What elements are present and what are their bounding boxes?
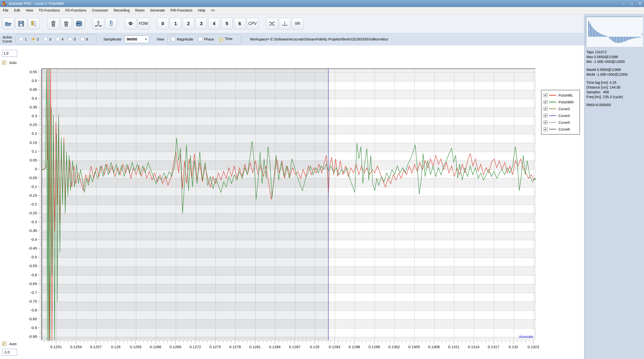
stat-line: MinM -1.00E+000@12000	[586, 72, 642, 77]
impulse-thumbnail[interactable]	[586, 17, 643, 47]
y-tick-label: -0.95	[14, 334, 37, 339]
auto-bottom-checkbox[interactable]: ✓ Auto	[2, 342, 17, 346]
ymin-input[interactable]	[2, 349, 17, 356]
view-checkbox-phase[interactable]: Phase	[198, 37, 219, 41]
legend-line-sample	[549, 102, 556, 102]
auto-top-checkbox[interactable]: ✓ Auto	[2, 60, 17, 65]
x-tick-label: 0.1317	[488, 345, 499, 349]
curve-5-button[interactable]: 5	[221, 18, 233, 29]
menu-item-edit[interactable]: Edit	[11, 7, 23, 14]
x-tick-label: 0.129	[310, 345, 319, 349]
checkbox-icon: ✓	[2, 60, 6, 65]
phase-button[interactable]: Φ	[125, 18, 136, 29]
y-tick-label: -0.2	[14, 202, 37, 206]
curve-4-button[interactable]: 4	[208, 18, 220, 29]
save-button[interactable]	[15, 18, 27, 29]
iir-button[interactable]: IIR	[292, 18, 303, 29]
y-tick-label: -0.9	[14, 326, 37, 330]
x-tick-label: 0.1311	[448, 345, 460, 349]
open-button[interactable]	[3, 18, 14, 29]
mic-alignment-button[interactable]	[93, 18, 104, 29]
curve-manager-button[interactable]	[28, 18, 40, 29]
y-tick-label: -0.85	[14, 317, 37, 321]
y-tick-label: -0.65	[14, 282, 37, 286]
menu-item-fd-functions[interactable]: FD-Functions	[63, 7, 89, 14]
x-tick-label: 0.1269	[170, 345, 181, 349]
waveform-plot[interactable]: Acourate	[42, 68, 535, 340]
menu-item-td-functions[interactable]: TD-Functions	[36, 7, 63, 14]
samplerate-label: Samplerate	[103, 37, 122, 41]
menu-item-view[interactable]: View	[23, 7, 36, 14]
y-tick-label: 0.2	[14, 131, 37, 136]
menu-item-file[interactable]: File	[0, 7, 11, 14]
legend-line-sample	[549, 129, 556, 130]
cpv-button[interactable]: CPV	[247, 18, 258, 29]
menu-item--[interactable]: <<	[208, 7, 218, 14]
radio-icon	[80, 37, 85, 41]
menu-item-room[interactable]: Room	[132, 7, 147, 14]
curve-1-button[interactable]: 1	[170, 18, 181, 29]
x-tick-label: 0.132	[509, 345, 518, 349]
menu-item-crossover[interactable]: Crossover	[89, 7, 111, 14]
y-axis-ticks	[37, 68, 42, 341]
menu-item-help[interactable]: Help	[195, 7, 208, 14]
y-tick-label: -0.5	[14, 255, 37, 259]
app-logo-icon	[2, 1, 7, 6]
stat-line: MaxM 0.5650@11998	[586, 67, 642, 72]
y-tick-label: 0.55	[14, 70, 37, 74]
stats-group: Taps 131072Max 0.5650@11998Min -1.00E+00…	[586, 50, 642, 64]
active-curve-radio-3[interactable]: 3	[44, 37, 56, 41]
undo-button[interactable]	[73, 18, 85, 29]
curve-2-button[interactable]: 2	[183, 18, 194, 29]
legend-checkbox[interactable]: ✔	[544, 127, 547, 131]
curve-3-button[interactable]: 3	[195, 18, 207, 29]
menu-item-generate[interactable]: Generate	[147, 7, 168, 14]
active-curve-radio-6[interactable]: 6	[80, 37, 93, 41]
active-curve-radio-4[interactable]: 4	[56, 37, 68, 41]
close-button[interactable]: ✕	[638, 1, 641, 6]
active-curve-radio-1[interactable]: 1	[19, 37, 31, 41]
legend-row-pulse96l: ✔Pulse96L	[544, 92, 577, 99]
y-tick-label: -0.05	[14, 176, 37, 180]
active-curve-radio-2[interactable]: 2	[31, 37, 44, 41]
legend-checkbox[interactable]: ✔	[544, 100, 547, 104]
maximize-button[interactable]: □	[630, 2, 633, 6]
view-checkbox-magnitude[interactable]: Magnitude	[171, 37, 198, 41]
trash-lid-icon	[50, 20, 57, 27]
curve-6-button[interactable]: 6	[234, 18, 246, 29]
crossover-tool-button[interactable]	[266, 18, 278, 29]
minimize-button[interactable]: ─	[622, 2, 625, 6]
stat-line: Time-lag [ms]: 4.25	[586, 80, 642, 85]
menu-bar: FileEditViewTD-FunctionsFD-FunctionsCros…	[0, 7, 644, 14]
acourate-watermark: Acourate	[519, 335, 533, 339]
legend-checkbox[interactable]: ✔	[544, 93, 547, 97]
delete-curve-button[interactable]	[60, 18, 72, 29]
radio-icon	[31, 37, 35, 41]
legend-checkbox[interactable]: ✔	[544, 121, 547, 124]
samplerate-select[interactable]: 96000 ▼	[125, 35, 149, 43]
active-curve-radio-5[interactable]: 5	[68, 37, 80, 41]
legend-checkbox[interactable]: ✔	[544, 114, 547, 117]
x-tick-label: 0.1281	[249, 345, 261, 349]
legend-label: Curve4	[558, 114, 570, 118]
fdw-button[interactable]: FDW	[138, 18, 149, 29]
legend-row-curve4: ✔Curve4	[544, 112, 577, 119]
curve-0-button[interactable]: 0	[157, 18, 169, 29]
legend-row-pulse96r: ✔Pulse96R	[544, 99, 577, 105]
test-signal-button[interactable]	[105, 18, 117, 29]
y-tick-label: -0.35	[14, 228, 37, 233]
delete-all-curves-button[interactable]	[48, 18, 59, 29]
checkbox-icon	[171, 37, 175, 41]
legend-label: Pulse96L	[558, 93, 573, 97]
step-response-button[interactable]	[279, 18, 291, 29]
x-tick-label: 0.1284	[269, 345, 281, 349]
legend-line-sample	[549, 108, 556, 109]
active-curve-radiogroup: 123456	[15, 34, 96, 44]
ymax-input[interactable]	[2, 50, 17, 57]
view-checkbox-time[interactable]: ✓Time	[219, 37, 238, 42]
legend-checkbox[interactable]: ✔	[544, 107, 547, 111]
x-tick-label: 0.1287	[289, 345, 301, 349]
y-tick-label: 0.45	[14, 87, 37, 92]
menu-item-fir-functions[interactable]: FIR-Functions	[168, 7, 195, 14]
menu-item-recording[interactable]: Recording	[111, 7, 133, 14]
